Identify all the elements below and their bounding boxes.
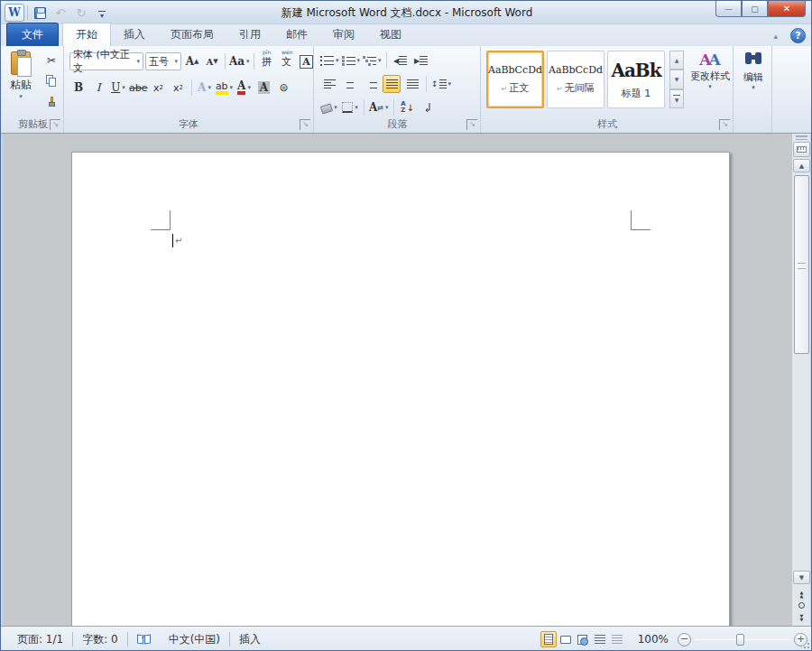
document-page[interactable]: ↵	[71, 152, 730, 626]
character-border-icon: A	[300, 55, 313, 69]
help-button[interactable]: ?	[790, 28, 806, 43]
outline-view-button[interactable]	[592, 631, 608, 647]
paragraph-dialog-launcher[interactable]: ↘	[466, 119, 477, 130]
style-heading1[interactable]: AaBk 标题 1	[607, 51, 665, 108]
justify-button[interactable]	[383, 75, 401, 93]
style-name-text: 正文	[509, 82, 529, 94]
borders-button[interactable]: ▾	[341, 98, 359, 116]
align-center-button[interactable]	[341, 75, 359, 93]
tab-references[interactable]: 引用	[226, 23, 273, 46]
style-gallery: AaBbCcDd ↵正文 AaBbCcDd ↵无间隔 AaBk 标题 1	[486, 51, 665, 108]
scroll-down-button[interactable]: ▼	[793, 571, 810, 584]
scroll-up-button[interactable]: ▲	[793, 159, 810, 172]
shading-button[interactable]: ▾	[320, 98, 338, 116]
divider	[386, 52, 387, 69]
scrollbar-thumb[interactable]	[794, 175, 809, 354]
document-area[interactable]: ↵ ▲ ▼ ▲▲ ▼▼	[4, 134, 810, 626]
select-browse-object-button[interactable]	[793, 600, 810, 611]
style-normal[interactable]: AaBbCcDd ↵正文	[486, 51, 544, 108]
decrease-indent-button[interactable]: ◀	[392, 51, 410, 70]
maximize-button[interactable]: ▢	[742, 1, 768, 17]
word-count[interactable]: 字数: 0	[73, 632, 127, 646]
editing-button[interactable]: 编辑 ▾	[737, 50, 770, 115]
proofing-status[interactable]	[128, 632, 160, 646]
ruler-toggle-button[interactable]	[793, 142, 810, 157]
tab-review[interactable]: 审阅	[320, 23, 367, 46]
close-button[interactable]: ✕	[768, 1, 806, 17]
copy-button[interactable]	[42, 71, 60, 89]
cut-button[interactable]: ✂	[42, 51, 60, 70]
fullscreen-reading-view-button[interactable]	[558, 631, 574, 647]
ruler-icon	[797, 146, 807, 153]
bold-button[interactable]: B	[69, 79, 88, 97]
chevron-down-icon: ▾	[334, 104, 337, 111]
page-indicator[interactable]: 页面: 1/1	[8, 632, 72, 646]
asian-layout-button[interactable]: A⇄▾	[369, 98, 389, 116]
styles-dialog-launcher[interactable]: ↘	[719, 119, 730, 130]
distribute-button[interactable]	[403, 75, 421, 93]
character-border-button[interactable]: A	[298, 52, 316, 70]
tab-page-layout[interactable]: 页面布局	[158, 23, 226, 46]
grow-font-button[interactable]: A▲	[183, 52, 201, 70]
zoom-out-button[interactable]: −	[678, 633, 691, 646]
change-case-button[interactable]: Aa▾	[229, 52, 250, 70]
tab-file[interactable]: 文件	[6, 23, 59, 46]
style-preview: AaBbCcDd	[488, 64, 542, 76]
zoom-slider[interactable]	[695, 633, 790, 646]
split-handle[interactable]	[796, 135, 807, 140]
status-bar: 页面: 1/1 字数: 0 中文(中国) 插入 100% − +	[1, 626, 812, 651]
zoom-level[interactable]: 100%	[638, 633, 669, 646]
numbering-button[interactable]: ▾	[342, 51, 361, 70]
strikethrough-button[interactable]: abe	[129, 79, 148, 97]
sort-button[interactable]: AZ↓	[399, 98, 417, 116]
enclose-characters-button[interactable]: ⊜	[275, 79, 293, 97]
collapse-ribbon-icon[interactable]: ▴	[773, 32, 778, 41]
font-name-combo[interactable]: 宋体 (中文正文▾	[69, 52, 143, 70]
superscript-button[interactable]: x2	[170, 79, 188, 97]
language-indicator[interactable]: 中文(中国)	[160, 632, 229, 646]
gallery-up-button[interactable]: ▲	[669, 51, 684, 70]
gallery-down-button[interactable]: ▼	[669, 70, 684, 88]
underline-button[interactable]: U▾	[109, 79, 127, 97]
multilevel-list-button[interactable]: ▾	[363, 51, 382, 70]
next-page-button[interactable]: ▼▼	[793, 611, 810, 623]
previous-page-button[interactable]: ▲▲	[793, 588, 810, 600]
zoom-slider-thumb[interactable]	[736, 634, 744, 646]
shrink-font-button[interactable]: A▼	[203, 52, 221, 70]
line-spacing-button[interactable]: ↕▾	[431, 75, 451, 93]
show-hide-marks-button[interactable]	[420, 98, 438, 116]
font-size-combo[interactable]: 五号▾	[145, 52, 181, 70]
phonetic-guide-button[interactable]: pīn拼	[258, 52, 276, 70]
highlight-button[interactable]: ab▾	[216, 79, 234, 97]
change-styles-button[interactable]: AA 更改样式 ▾	[689, 50, 731, 115]
insert-mode-indicator[interactable]: 插入	[230, 632, 270, 646]
tab-home[interactable]: 开始	[62, 23, 111, 46]
bullets-button[interactable]: ▾	[320, 51, 339, 70]
italic-button[interactable]: I	[89, 79, 107, 97]
paste-button[interactable]: 粘贴 ▾	[6, 50, 35, 115]
draft-view-button[interactable]	[609, 631, 625, 647]
print-layout-view-button[interactable]	[540, 631, 557, 647]
character-shading-button[interactable]: A	[255, 79, 273, 97]
font-color-button[interactable]: A▾	[235, 79, 254, 97]
bar-icon	[673, 95, 680, 96]
style-no-spacing[interactable]: AaBbCcDd ↵无间隔	[547, 51, 604, 108]
text-effects-button[interactable]: A▾	[196, 79, 214, 97]
align-right-button[interactable]	[362, 75, 380, 93]
web-layout-view-button[interactable]	[575, 631, 591, 647]
increase-indent-button[interactable]: ▶	[412, 51, 430, 70]
tab-insert[interactable]: 插入	[111, 23, 158, 46]
minimize-button[interactable]: —	[715, 1, 742, 17]
font-dialog-launcher[interactable]: ↘	[300, 119, 310, 130]
phonetic-guide-icon: pīn拼	[262, 55, 272, 69]
gallery-more-button[interactable]: ▼	[669, 89, 684, 108]
tab-mailings[interactable]: 邮件	[273, 23, 320, 46]
clipboard-dialog-launcher[interactable]: ↘	[50, 119, 60, 130]
align-left-button[interactable]	[320, 75, 338, 93]
paragraph-group-label: 段落	[315, 117, 480, 131]
format-painter-button[interactable]	[42, 93, 60, 111]
ruby-text-button[interactable]: wén文	[278, 52, 296, 70]
subscript-button[interactable]: x2	[150, 79, 168, 97]
pilcrow-icon: ↵	[557, 85, 563, 93]
tab-view[interactable]: 视图	[367, 23, 414, 46]
